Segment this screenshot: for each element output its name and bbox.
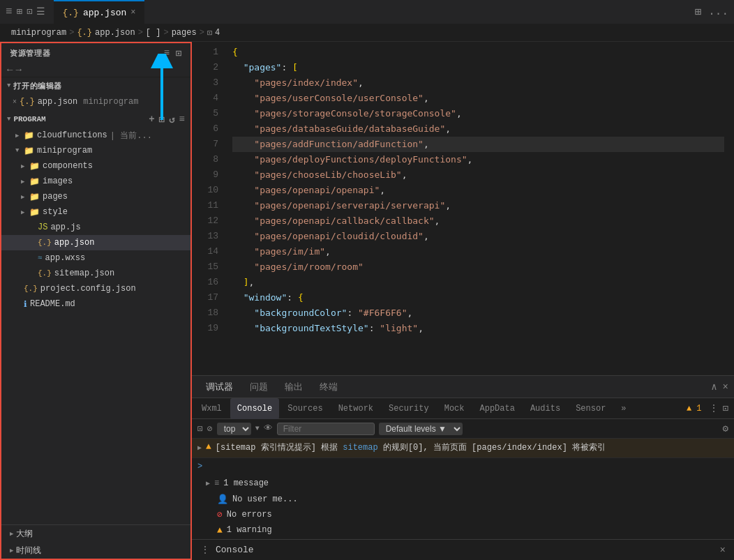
breadcrumb-pages[interactable]: pages bbox=[172, 28, 197, 38]
more-actions-icon[interactable]: ... bbox=[708, 6, 728, 18]
tab-close-icon[interactable]: × bbox=[130, 8, 135, 17]
tree-item-appwxss[interactable]: ≈ app.wxss bbox=[1, 250, 190, 266]
error-icon: ⊘ bbox=[217, 509, 223, 520]
breadcrumb-index[interactable]: 4 bbox=[215, 28, 220, 38]
group-list-icon: ≡ bbox=[214, 478, 219, 488]
breadcrumb-array[interactable]: [ ] bbox=[146, 28, 161, 38]
no-user-label: No user me... bbox=[232, 494, 298, 504]
tree-item-cloudfunctions[interactable]: ▶ 📁 cloudfunctions | 当前... bbox=[1, 128, 190, 143]
tree-item-sitemap[interactable]: {.} sitemap.json bbox=[1, 266, 190, 281]
folder-suffix-cloudfunctions: | 当前... bbox=[110, 130, 152, 142]
msg-item-no-errors[interactable]: ⊘ No errors bbox=[192, 507, 734, 522]
settings-icon[interactable]: ⚙ bbox=[723, 423, 728, 434]
debug-panel: 调试器 问题 输出 终端 ∧ × Wxml Console Sources Ne… bbox=[192, 375, 734, 560]
subtab-sources[interactable]: Sources bbox=[280, 398, 329, 419]
breadcrumb-miniprogram[interactable]: miniprogram bbox=[11, 28, 66, 38]
console-arrow-icon: > bbox=[197, 462, 202, 471]
code-line-8: "pages/deployFunctions/deployFunctions", bbox=[232, 152, 724, 167]
subtab-wxml[interactable]: Wxml bbox=[195, 398, 229, 419]
open-editors-header[interactable]: ▼ 打开的编辑器 bbox=[1, 77, 190, 94]
tree-item-components[interactable]: ▶ 📁 components bbox=[1, 158, 190, 174]
eye-icon[interactable]: 👁 bbox=[264, 423, 273, 434]
split-icon[interactable]: ⊡ bbox=[27, 6, 32, 18]
layout-icon[interactable]: ⊞ bbox=[695, 5, 702, 19]
tree-item-appjson[interactable]: {.} app.json bbox=[1, 235, 190, 250]
tab-label: app.json bbox=[83, 8, 126, 18]
file-name-projectconfig: project.config.json bbox=[40, 284, 136, 294]
msg-group-1message[interactable]: ▶ ≡ 1 message bbox=[192, 475, 734, 492]
levels-select[interactable]: Default levels ▼ bbox=[379, 423, 463, 435]
code-line-19: "backgroundTextStyle": "light", bbox=[232, 321, 724, 336]
console-more-icon[interactable]: ⋮ bbox=[709, 402, 719, 414]
code-line-13: "pages/openapi/cloudid/cloudid", bbox=[232, 229, 724, 244]
timeline-label: 时间线 bbox=[16, 545, 41, 557]
code-line-1: { bbox=[232, 45, 724, 60]
subtab-mock[interactable]: Mock bbox=[437, 398, 472, 419]
subtab-appdata[interactable]: AppData bbox=[473, 398, 522, 419]
collapse-btn[interactable]: ≡ bbox=[179, 114, 185, 126]
bottom-dots-icon[interactable]: ⋮ bbox=[200, 544, 210, 556]
breadcrumb-file[interactable]: app.json bbox=[95, 28, 135, 38]
msg-item-1-warning[interactable]: ▲ 1 warning bbox=[192, 522, 734, 538]
code-line-15: "pages/im/room/room" bbox=[232, 259, 724, 275]
subtab-console[interactable]: Console bbox=[230, 398, 279, 419]
folder-arrow-pages: ▶ bbox=[21, 193, 29, 201]
outline-arrow: ▶ bbox=[10, 530, 13, 538]
tree-item-readme[interactable]: ℹ README.md bbox=[1, 296, 190, 312]
folder-name-cloudfunctions: cloudfunctions bbox=[37, 130, 107, 140]
tree-item-style[interactable]: ▶ 📁 style bbox=[1, 204, 190, 220]
console-input-line[interactable]: > bbox=[192, 458, 734, 475]
editor-scrollbar[interactable] bbox=[724, 42, 734, 375]
editor-close-icon[interactable]: × bbox=[13, 98, 17, 106]
tab-terminal[interactable]: 终端 bbox=[311, 376, 346, 398]
tree-item-pages[interactable]: ▶ 📁 pages bbox=[1, 189, 190, 204]
folder-arrow-style: ▶ bbox=[21, 209, 29, 216]
nav-forward-icon[interactable]: → bbox=[15, 64, 21, 75]
sidebar-pin-icon[interactable]: ⊡ bbox=[176, 47, 182, 59]
tab-debugger[interactable]: 调试器 bbox=[197, 376, 241, 398]
msg-item-no-user[interactable]: 👤 No user me... bbox=[192, 492, 734, 507]
sidebar-menu-icon[interactable]: ≡ bbox=[164, 47, 170, 59]
tab-app-json[interactable]: {.} app.json × bbox=[54, 0, 144, 24]
context-select[interactable]: top bbox=[217, 423, 251, 435]
tab-output[interactable]: 输出 bbox=[276, 376, 311, 398]
subtab-security[interactable]: Security bbox=[382, 398, 436, 419]
expand-msg-icon[interactable]: ▶ bbox=[197, 444, 202, 452]
tab-problems[interactable]: 问题 bbox=[241, 376, 276, 398]
clear-icon[interactable]: ⊘ bbox=[207, 423, 213, 434]
console-bottom-close[interactable]: × bbox=[720, 545, 726, 556]
console-copy-icon[interactable]: ⊡ bbox=[723, 402, 728, 414]
outline-label: 大纲 bbox=[16, 528, 33, 540]
tree-item-images[interactable]: ▶ 📁 images bbox=[1, 174, 190, 189]
tree-item-projectconfig[interactable]: {.} project.config.json bbox=[1, 281, 190, 296]
debug-expand-icon[interactable]: ∧ bbox=[711, 381, 717, 393]
timeline-section[interactable]: ▶ 时间线 bbox=[1, 542, 190, 559]
debug-close-icon[interactable]: × bbox=[723, 381, 728, 393]
nav-back-icon[interactable]: ← bbox=[7, 64, 13, 75]
subtab-more[interactable]: » bbox=[614, 398, 633, 419]
new-file-btn[interactable]: + bbox=[149, 114, 154, 126]
console-warning-msg[interactable]: ▶ ▲ [sitemap 索引情况提示] 根据 sitemap 的规则[0], … bbox=[192, 439, 734, 458]
sidebar-toggle-icon[interactable]: ≡ bbox=[6, 6, 13, 18]
code-line-12: "pages/openapi/callback/callback", bbox=[232, 213, 724, 229]
subtab-network[interactable]: Network bbox=[331, 398, 380, 419]
new-file-icon[interactable]: ⊞ bbox=[17, 6, 22, 18]
file-icon-readme: ℹ bbox=[24, 299, 27, 310]
open-editor-item[interactable]: × {.} app.json miniprogram bbox=[1, 94, 190, 109]
editor-context: miniprogram bbox=[83, 97, 138, 107]
more-icon[interactable]: ☰ bbox=[36, 6, 45, 18]
folder-icon-cloudfunctions: 📁 bbox=[24, 130, 34, 141]
subtab-audits[interactable]: Audits bbox=[523, 398, 567, 419]
inspect-icon[interactable]: ⊡ bbox=[197, 423, 203, 434]
subtab-sensor[interactable]: Sensor bbox=[569, 398, 613, 419]
warning-label: 1 warning bbox=[227, 525, 272, 535]
folder-icon-pages: 📁 bbox=[29, 192, 40, 202]
outline-section[interactable]: ▶ 大纲 bbox=[1, 525, 190, 542]
tree-item-miniprogram[interactable]: ▼ 📁 miniprogram bbox=[1, 143, 190, 158]
new-folder-btn[interactable]: ⊞ bbox=[159, 114, 165, 126]
console-bottom-bar: ⋮ Console × bbox=[192, 539, 734, 560]
tree-item-appjs[interactable]: JS app.js bbox=[1, 220, 190, 235]
filter-input[interactable] bbox=[277, 423, 375, 435]
refresh-btn[interactable]: ↺ bbox=[169, 114, 174, 126]
file-name-appjson: app.json bbox=[54, 238, 95, 248]
